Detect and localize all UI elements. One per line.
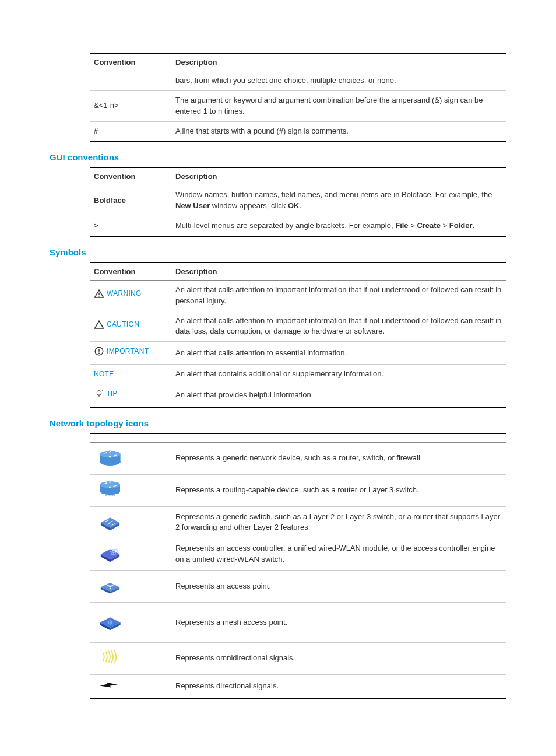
table-row: Represents an access point. bbox=[90, 570, 506, 603]
svg-line-9 bbox=[102, 390, 103, 391]
table-row: Represents an access controller, a unifi… bbox=[90, 538, 506, 570]
switch-device-icon bbox=[97, 511, 123, 531]
topology-table: Represents a generic network device, suc… bbox=[90, 433, 506, 699]
table-row: > Multi-level menus are separated by ang… bbox=[90, 216, 506, 236]
header-convention: Convention bbox=[90, 53, 172, 71]
access-point-icon bbox=[97, 575, 123, 594]
table-row: Represents omnidirectional signals. bbox=[90, 642, 506, 674]
table-row: bars, from which you select one choice, … bbox=[90, 71, 506, 91]
header-convention: Convention bbox=[90, 262, 172, 281]
table-row: Represents a generic switch, such as a L… bbox=[90, 506, 506, 538]
omnidirectional-signals-icon bbox=[97, 647, 123, 667]
heading-symbols: Symbols bbox=[50, 247, 506, 257]
router-device-icon: ROUTER bbox=[97, 479, 123, 499]
table-row: TIP An alert that provides helpful infor… bbox=[90, 384, 506, 407]
table-row: WARNING An alert that calls attention to… bbox=[90, 280, 506, 311]
svg-point-5 bbox=[97, 391, 101, 396]
tip-lightbulb-icon bbox=[94, 388, 104, 399]
table-row: IMPORTANT An alert that calls attention … bbox=[90, 342, 506, 365]
table-row: # A line that starts with a pound (#) si… bbox=[90, 121, 506, 141]
generic-network-device-icon bbox=[97, 447, 123, 467]
mesh-access-point-icon bbox=[97, 611, 123, 631]
header-description: Description bbox=[172, 53, 506, 71]
directional-signals-icon bbox=[97, 679, 123, 691]
table-row: Represents a generic network device, suc… bbox=[90, 442, 506, 474]
svg-point-4 bbox=[98, 353, 100, 354]
access-controller-icon bbox=[97, 542, 123, 562]
svg-point-1 bbox=[98, 296, 100, 297]
table-row: Represents directional signals. bbox=[90, 674, 506, 698]
heading-gui-conventions: GUI conventions bbox=[50, 152, 506, 162]
heading-network-topology: Network topology icons bbox=[50, 418, 506, 428]
table-row: ROUTER Represents a routing-capable devi… bbox=[90, 474, 506, 506]
table-row: Represents a mesh access point. bbox=[90, 603, 506, 643]
important-circle-icon bbox=[94, 346, 104, 356]
table-row: NOTE An alert that contains additional o… bbox=[90, 365, 506, 384]
svg-line-8 bbox=[96, 390, 97, 391]
conventions-table-continued: Convention Description bars, from which … bbox=[90, 52, 506, 142]
warning-triangle-icon bbox=[94, 289, 104, 299]
header-convention: Convention bbox=[90, 167, 172, 186]
symbols-table: Convention Description WARNING An alert … bbox=[90, 262, 506, 408]
gui-conventions-table: Convention Description Boldface Window n… bbox=[90, 167, 506, 237]
caution-triangle-icon bbox=[94, 320, 104, 330]
svg-text:ROUTER: ROUTER bbox=[105, 494, 115, 497]
table-row: &<1-n> The argument or keyword and argum… bbox=[90, 90, 506, 121]
header-description: Description bbox=[172, 262, 506, 281]
header-description: Description bbox=[172, 167, 506, 186]
table-row: CAUTION An alert that calls attention to… bbox=[90, 311, 506, 342]
table-row: Boldface Window names, button names, fie… bbox=[90, 186, 506, 216]
